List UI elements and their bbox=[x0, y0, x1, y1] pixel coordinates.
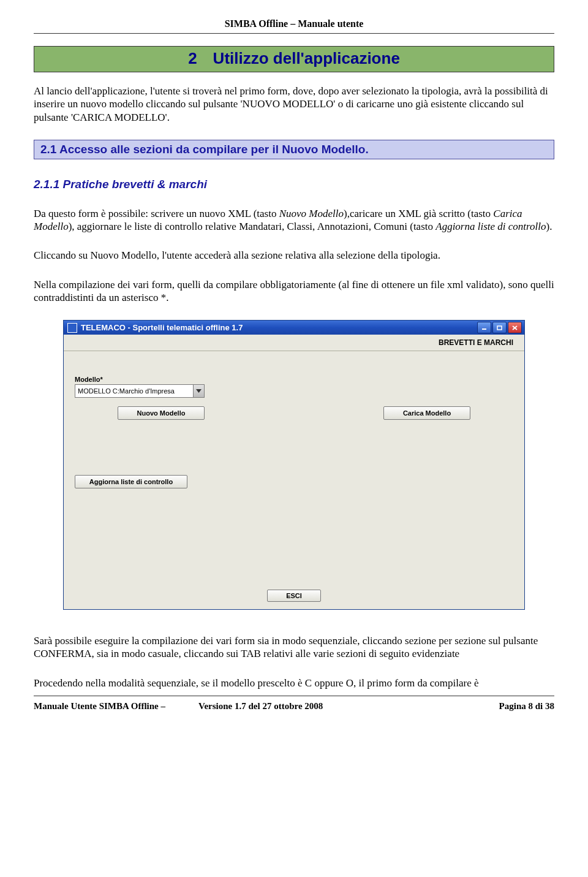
maximize-button[interactable] bbox=[492, 322, 507, 333]
close-button[interactable] bbox=[508, 322, 522, 333]
window-title: TELEMACO - Sportelli telematici offline … bbox=[81, 323, 243, 332]
modello-select[interactable]: MODELLO C:Marchio d'Impresa bbox=[75, 384, 205, 398]
paragraph-5: Procedendo nella modalità sequenziale, s… bbox=[34, 677, 554, 689]
paragraph-4: Sarà possibile eseguire la compilazione … bbox=[34, 634, 554, 661]
text-run: ). bbox=[546, 221, 552, 232]
minimize-icon bbox=[481, 325, 488, 330]
embedded-app-window: TELEMACO - Sportelli telematici offline … bbox=[63, 320, 525, 610]
maximize-icon bbox=[497, 325, 503, 330]
intro-paragraph: Al lancio dell'applicazione, l'utente si… bbox=[34, 85, 554, 124]
footer-left: Manuale Utente SIMBA Offline – bbox=[34, 701, 165, 712]
carica-modello-button[interactable]: Carica Modello bbox=[383, 406, 470, 420]
esci-button[interactable]: ESCI bbox=[267, 590, 321, 602]
paragraph-3: Nella compilazione dei vari form, quelli… bbox=[34, 278, 554, 305]
svg-marker-4 bbox=[196, 389, 202, 393]
paragraph-1: Da questo form è possibile: scrivere un … bbox=[34, 207, 554, 233]
text-emphasis: Nuovo Modello bbox=[279, 208, 344, 219]
app-system-icon bbox=[67, 323, 77, 333]
page-footer: Manuale Utente SIMBA Offline – Versione … bbox=[34, 699, 554, 719]
section-heading-1: 2 Utilizzo dell'applicazione bbox=[34, 46, 554, 72]
window-titlebar[interactable]: TELEMACO - Sportelli telematici offline … bbox=[64, 321, 524, 335]
header-rule bbox=[34, 33, 554, 34]
section-heading-2: 2.1 Accesso alle sezioni da compilare pe… bbox=[34, 140, 554, 159]
svg-rect-1 bbox=[497, 326, 502, 330]
footer-right: Pagina 8 di 38 bbox=[499, 701, 554, 712]
close-icon bbox=[512, 325, 518, 330]
footer-mid: Versione 1.7 del 27 ottobre 2008 bbox=[198, 701, 323, 712]
text-emphasis: Aggiorna liste di controllo bbox=[435, 221, 546, 232]
modello-select-value: MODELLO C:Marchio d'Impresa bbox=[75, 387, 193, 395]
text-run: ),caricare un XML già scritto (tasto bbox=[344, 208, 493, 219]
footer-rule bbox=[34, 696, 554, 696]
text-run: ), aggiornare le liste di controllo rela… bbox=[69, 221, 436, 232]
section-heading-3: 2.1.1 Pratiche brevetti & marchi bbox=[34, 178, 554, 191]
paragraph-2: Cliccando su Nuovo Modello, l'utente acc… bbox=[34, 249, 554, 262]
minimize-button[interactable] bbox=[477, 322, 491, 333]
text-run: Da questo form è possibile: scrivere un … bbox=[34, 208, 279, 219]
modello-label: Modello* bbox=[75, 376, 513, 383]
chevron-down-icon bbox=[193, 385, 204, 397]
aggiorna-liste-button[interactable]: Aggiorna liste di controllo bbox=[75, 475, 187, 488]
doc-header: SIMBA Offline – Manuale utente bbox=[34, 18, 554, 32]
section-title-brevetti: BREVETTI E MARCHI bbox=[64, 335, 524, 351]
nuovo-modello-button[interactable]: Nuovo Modello bbox=[118, 406, 205, 420]
